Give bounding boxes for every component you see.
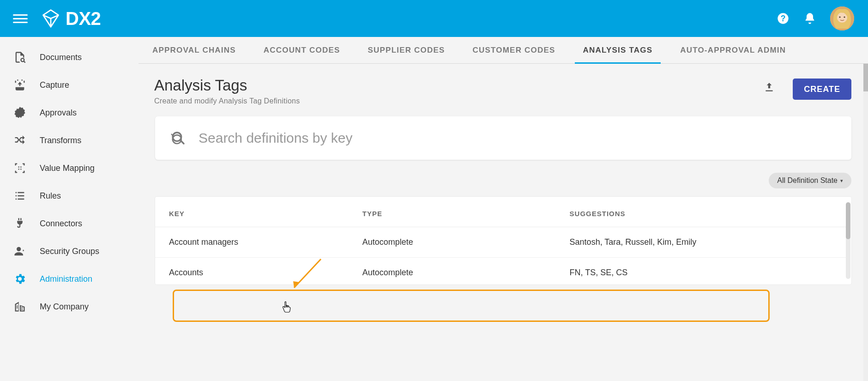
col-key: KEY bbox=[155, 197, 362, 227]
sidebar-item-rules[interactable]: Rules bbox=[0, 182, 139, 210]
sidebar-item-label: Administration bbox=[40, 274, 92, 284]
sidebar-item-label: Capture bbox=[40, 80, 69, 90]
app-bar: DX2 ? bbox=[0, 0, 868, 37]
table-scrollbar-thumb[interactable] bbox=[846, 202, 850, 239]
svg-point-5 bbox=[844, 16, 845, 18]
tab-supplier-codes[interactable]: SUPPLIER CODES bbox=[368, 37, 445, 63]
upload-icon[interactable] bbox=[763, 81, 775, 93]
sidebar-item-administration[interactable]: Administration bbox=[0, 265, 139, 293]
shuffle-icon bbox=[13, 133, 27, 147]
sidebar-item-approvals[interactable]: Approvals bbox=[0, 99, 139, 127]
cell-type: Autocomplete bbox=[362, 227, 570, 258]
sidebar: Documents Capture Approvals Transforms V… bbox=[0, 37, 139, 381]
cell-suggestions: Santosh, Tara, Russell, Kim, Emily bbox=[570, 227, 846, 258]
svg-point-6 bbox=[21, 58, 24, 61]
svg-point-4 bbox=[839, 16, 840, 18]
sidebar-item-label: Approvals bbox=[40, 108, 77, 118]
tab-auto-approval-admin[interactable]: AUTO-APPROVAL ADMIN bbox=[680, 37, 786, 63]
gear-icon bbox=[13, 272, 27, 286]
cell-type: Autocomplete bbox=[362, 258, 570, 285]
menu-icon[interactable] bbox=[13, 11, 28, 26]
page-scrollbar-track[interactable] bbox=[863, 64, 868, 381]
sidebar-item-my-company[interactable]: My Company bbox=[0, 293, 139, 321]
help-icon[interactable]: ? bbox=[777, 12, 790, 25]
app-logo[interactable]: DX2 bbox=[41, 8, 101, 29]
sidebar-item-label: Rules bbox=[40, 191, 61, 201]
cell-key: Accounts bbox=[155, 258, 362, 285]
sidebar-item-security-groups[interactable]: Security Groups bbox=[0, 237, 139, 265]
definitions-table: KEY TYPE SUGGESTIONS Account managers Au… bbox=[155, 197, 846, 284]
sidebar-item-label: Transforms bbox=[40, 136, 81, 145]
tab-analysis-tags[interactable]: ANALYSIS TAGS bbox=[583, 37, 653, 63]
sidebar-item-transforms[interactable]: Transforms bbox=[0, 127, 139, 154]
cell-key: Account managers bbox=[155, 227, 362, 258]
sidebar-item-label: Value Mapping bbox=[40, 163, 95, 173]
page-subtitle: Create and modify Analysis Tag Definitio… bbox=[154, 97, 754, 105]
filter-row: All Definition State bbox=[139, 160, 868, 197]
page-title: Analysis Tags bbox=[154, 77, 754, 94]
sidebar-item-documents[interactable]: Documents bbox=[0, 43, 139, 71]
definition-state-filter[interactable]: All Definition State bbox=[769, 173, 851, 188]
document-search-icon bbox=[13, 50, 27, 64]
sidebar-item-label: My Company bbox=[40, 302, 89, 312]
svg-line-7 bbox=[24, 61, 25, 63]
sidebar-item-connectors[interactable]: Connectors bbox=[0, 210, 139, 237]
svg-text:?: ? bbox=[781, 14, 786, 23]
avatar[interactable] bbox=[830, 6, 854, 30]
create-button[interactable]: CREATE bbox=[793, 79, 851, 100]
table-row[interactable]: Account managers Autocomplete Santosh, T… bbox=[155, 227, 846, 258]
page-header: Analysis Tags Create and modify Analysis… bbox=[139, 64, 868, 116]
tab-approval-chains[interactable]: APPROVAL CHAINS bbox=[152, 37, 236, 63]
search-input[interactable] bbox=[199, 130, 836, 146]
list-icon bbox=[13, 189, 27, 203]
definitions-table-card: KEY TYPE SUGGESTIONS Account managers Au… bbox=[155, 197, 851, 284]
capture-icon bbox=[13, 78, 27, 92]
building-icon bbox=[13, 300, 27, 314]
page-scrollbar-thumb[interactable] bbox=[863, 64, 868, 91]
logo-text: DX2 bbox=[66, 8, 101, 29]
main-content: APPROVAL CHAINS ACCOUNT CODES SUPPLIER C… bbox=[139, 37, 868, 381]
cell-suggestions: FN, TS, SE, CS bbox=[570, 258, 846, 285]
plug-icon bbox=[13, 217, 27, 230]
col-type: TYPE bbox=[362, 197, 570, 227]
tab-customer-codes[interactable]: CUSTOMER CODES bbox=[473, 37, 555, 63]
sidebar-item-value-mapping[interactable]: Value Mapping bbox=[0, 154, 139, 182]
sidebar-item-label: Documents bbox=[40, 53, 82, 62]
search-card bbox=[155, 116, 851, 160]
tab-account-codes[interactable]: ACCOUNT CODES bbox=[264, 37, 340, 63]
bell-icon[interactable] bbox=[803, 12, 816, 25]
sidebar-item-label: Security Groups bbox=[40, 247, 99, 256]
sidebar-item-label: Connectors bbox=[40, 219, 82, 229]
sidebar-item-capture[interactable]: Capture bbox=[0, 71, 139, 99]
collapse-icon bbox=[13, 161, 27, 175]
admin-tabs: APPROVAL CHAINS ACCOUNT CODES SUPPLIER C… bbox=[139, 37, 868, 64]
table-row[interactable]: Accounts Autocomplete FN, TS, SE, CS bbox=[155, 258, 846, 285]
verified-icon bbox=[13, 106, 27, 120]
col-suggestions: SUGGESTIONS bbox=[570, 197, 846, 227]
user-settings-icon bbox=[13, 244, 27, 258]
logo-icon bbox=[41, 8, 61, 29]
search-icon bbox=[171, 131, 186, 145]
